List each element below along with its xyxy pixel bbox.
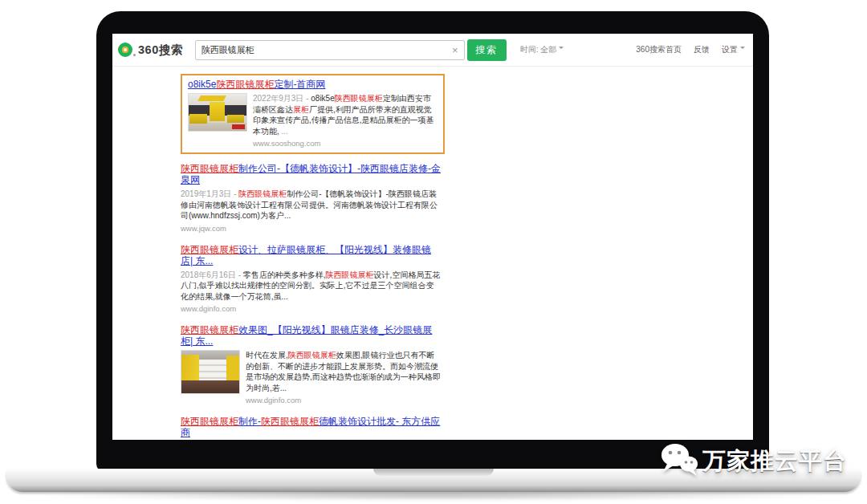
360-logo-dot-icon — [133, 54, 136, 56]
result-description: 2019年1月3日 - 陕西眼镜展柜制作公司-【德帆装饰设计】-陕西眼镜店装修由… — [181, 189, 442, 222]
clear-icon[interactable]: × — [452, 45, 458, 55]
browser-screen: 360搜索 × 搜索 时间: 全部 360搜索首页 反馈 设置 o8ik5e陕西… — [112, 34, 753, 440]
home-link[interactable]: 360搜索首页 — [636, 44, 682, 55]
time-filter-dropdown[interactable]: 时间: 全部 — [520, 44, 564, 55]
result-description: 2018年6月16日 - 零售店的种类多种多样,陕西眼镜展柜设计,空间格局五花八… — [181, 270, 442, 303]
result-title-link[interactable]: 陕西眼镜展柜制作公司-【德帆装饰设计】-陕西眼镜店装修-金泉网 — [181, 163, 442, 185]
thumbnail-shape — [226, 356, 239, 382]
result-description: 时代在发展,陕西眼镜展柜效果图,眼镜行业也只有不断的创新、不断的进步才能跟上发展… — [246, 350, 442, 393]
feedback-link[interactable]: 反馈 — [694, 44, 710, 55]
watermark: 万家推云平台 — [660, 442, 847, 481]
result-url: www.sooshong.com — [253, 139, 438, 148]
chevron-down-icon — [740, 47, 745, 51]
thumbnail-shape — [181, 380, 239, 393]
search-button[interactable]: 搜索 — [467, 39, 507, 61]
search-box[interactable]: × — [195, 40, 465, 60]
result-url: www.dginfo.com — [246, 396, 442, 404]
chevron-down-icon — [559, 47, 564, 51]
result-thumbnail[interactable] — [181, 350, 240, 394]
watermark-text: 万家推云平台 — [702, 445, 847, 478]
settings-label: 设置 — [722, 45, 738, 54]
result-title-link[interactable]: 陕西眼镜展柜设计、拉萨眼镜展柜、【阳光视线】装修眼镜店| 东... — [181, 244, 442, 266]
settings-dropdown[interactable]: 设置 — [722, 44, 745, 55]
time-filter-label: 时间: — [520, 45, 539, 54]
thumbnail-shape — [227, 115, 245, 123]
topbar-links: 360搜索首页 反馈 设置 — [636, 44, 745, 55]
search-result: 陕西眼镜展柜效果图_【阳光视线】眼镜店装修_长沙眼镜展柜| 东... 时代在发展… — [181, 324, 442, 404]
360-logo-ring-icon — [118, 43, 132, 57]
search-results-list: o8ik5e陕西眼镜展柜定制-首商网 2022年9月3日 - o8ik5e陕西眼… — [112, 67, 454, 440]
360-logo-text: 360搜索 — [138, 43, 183, 58]
thumbnail-shape — [197, 96, 226, 101]
360-search-logo[interactable]: 360搜索 — [118, 43, 183, 58]
thumbnail-watermark — [232, 124, 245, 129]
laptop-hinge-notch — [373, 469, 494, 476]
highlighted-result-box: o8ik5e陕西眼镜展柜定制-首商网 2022年9月3日 - o8ik5e陕西眼… — [181, 74, 445, 154]
result-description: 2022年9月3日 - o8ik5e陕西眼镜展柜定制由西安市灞桥区鑫达展柜厂提供… — [253, 93, 438, 136]
wechat-icon — [660, 442, 698, 481]
result-url: www.jqw.com — [181, 224, 442, 233]
search-result: 陕西眼镜展柜制作公司-【德帆装饰设计】-陕西眼镜店装修-金泉网 2019年1月3… — [181, 163, 442, 233]
thumbnail-shape — [189, 114, 207, 124]
search-result: 陕西眼镜展柜制作-陕西眼镜展柜德帆装饰设计批发- 东方供应商 2019年1月4日… — [181, 416, 442, 440]
search-topbar: 360搜索 × 搜索 时间: 全部 360搜索首页 反馈 设置 — [112, 34, 753, 67]
laptop-shadow — [32, 491, 835, 500]
search-input[interactable] — [201, 45, 452, 55]
result-title-link[interactable]: o8ik5e陕西眼镜展柜定制-首商网 — [188, 79, 438, 90]
time-filter-value: 全部 — [540, 45, 556, 54]
result-title-link[interactable]: 陕西眼镜展柜效果图_【阳光视线】眼镜店装修_长沙眼镜展柜| 东... — [181, 324, 442, 347]
thumbnail-shape — [181, 355, 199, 382]
thumbnail-shape — [199, 360, 227, 381]
result-title-link[interactable]: 陕西眼镜展柜制作-陕西眼镜展柜德帆装饰设计批发- 东方供应商 — [181, 416, 442, 438]
search-result: 陕西眼镜展柜设计、拉萨眼镜展柜、【阳光视线】装修眼镜店| 东... 2018年6… — [181, 244, 442, 314]
result-thumbnail[interactable] — [188, 93, 247, 132]
result-url: www.dginfo.com — [181, 304, 442, 313]
thumbnail-shape — [210, 102, 225, 121]
